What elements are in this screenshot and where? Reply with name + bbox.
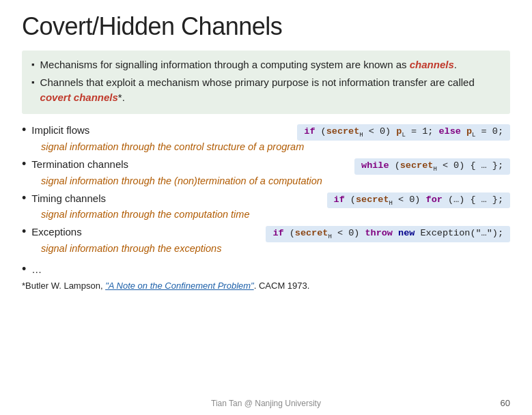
timing-row: Timing channels if (secretH < 0) for (…)…	[22, 192, 510, 209]
green-box-text-2: Channels that exploit a mechanism whose …	[40, 75, 498, 105]
slide: Covert/Hidden Channels Mechanisms for si…	[0, 0, 532, 415]
termination-code: while (secretH < 0) { … };	[354, 158, 510, 175]
green-box-list: Mechanisms for signalling information th…	[31, 57, 498, 104]
page-number: 60	[501, 398, 510, 408]
footnote-link[interactable]: "A Note on the Confinement Problem"	[105, 281, 254, 291]
green-box: Mechanisms for signalling information th…	[22, 51, 510, 114]
implicit-desc: signal information through the control s…	[41, 141, 510, 152]
green-box-text-1: Mechanisms for signalling information th…	[40, 57, 457, 72]
termination-row: Termination channels while (secretH < 0)…	[22, 158, 510, 175]
exceptions-row: Exceptions if (secretH < 0) throw new Ex…	[22, 225, 510, 242]
slide-title: Covert/Hidden Channels	[22, 12, 510, 41]
list-item-implicit: Implicit flows if (secretH < 0) pL = 1; …	[22, 124, 510, 155]
ellipsis-item: …	[22, 262, 510, 276]
footnote: *Butler W. Lampson, "A Note on the Confi…	[22, 281, 510, 291]
termination-label: Termination channels	[22, 158, 158, 170]
list-item-termination: Termination channels while (secretH < 0)…	[22, 158, 510, 189]
exceptions-desc: signal information through the exception…	[41, 243, 510, 254]
timing-desc: signal information through the computati…	[41, 209, 510, 220]
exceptions-code: if (secretH < 0) throw new Exception("…"…	[266, 226, 510, 242]
exceptions-label: Exceptions	[22, 225, 158, 238]
implicit-label: Implicit flows	[22, 124, 158, 136]
footer-center: Tian Tan @ Nanjing University	[0, 399, 532, 408]
list-item-timing: Timing channels if (secretH < 0) for (…)…	[22, 192, 510, 223]
list-item-exceptions: Exceptions if (secretH < 0) throw new Ex…	[22, 225, 510, 257]
channels-keyword: channels	[410, 59, 454, 70]
timing-label: Timing channels	[22, 192, 158, 204]
green-box-item-1: Mechanisms for signalling information th…	[31, 57, 498, 72]
timing-code: if (secretH < 0) for (…) { … };	[327, 192, 510, 209]
termination-desc: signal information through the (non)term…	[41, 175, 510, 186]
implicit-row: Implicit flows if (secretH < 0) pL = 1; …	[22, 124, 510, 141]
covert-channels-keyword: covert channels	[40, 91, 118, 103]
green-box-item-2: Channels that exploit a mechanism whose …	[31, 75, 498, 105]
implicit-code: if (secretH < 0) pL = 1; else pL = 0;	[297, 124, 510, 141]
content-list: Implicit flows if (secretH < 0) pL = 1; …	[22, 124, 510, 257]
